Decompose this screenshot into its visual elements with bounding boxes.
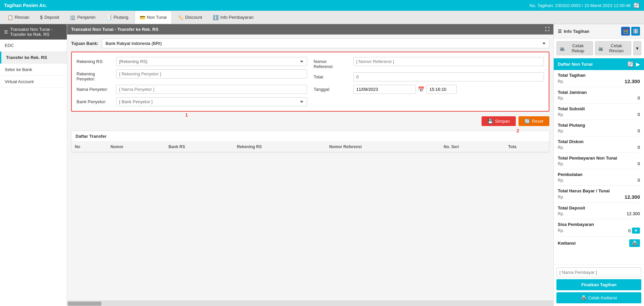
calendar-icon[interactable]: 📅	[418, 86, 425, 93]
sidebar-header-label: Transaksi Non Tunai - Transfer ke Rek. R…	[10, 27, 63, 37]
nomor-referensi-group: NomorReferensi:	[314, 57, 544, 69]
reset-icon: 🔄	[525, 119, 530, 124]
button-row: 1 💾 Simpan 2 🔄 Reset	[71, 115, 549, 127]
printer-kwitansi-icon: 🖨️	[581, 295, 586, 300]
right-panel-header: ☰ Info Tagihan 🧮 ℹ️	[554, 24, 644, 39]
sisa-dropdown-btn[interactable]: ▼	[632, 228, 640, 234]
cetak-kwitansi-button[interactable]: 🖨️ Cetak Kwitansi	[556, 292, 641, 303]
total-deposit-label: Total Deposit	[558, 205, 640, 210]
daftar-arrow-icon[interactable]: ▶	[636, 61, 640, 67]
refresh-icon[interactable]: 🔄	[633, 2, 640, 9]
tab-penjamin[interactable]: 🏢 Penjamin	[65, 11, 100, 24]
tab-deposit[interactable]: $ Deposit	[35, 11, 64, 24]
sisa-subrow: Rp. 0 ▼	[558, 228, 640, 234]
rekening-rs-select[interactable]: [Rekening RS]	[116, 57, 307, 66]
daftar-non-tunai-header: Daftar Non Tunai 🔄 ▶	[554, 58, 644, 70]
total-deposit-rp: Rp.	[558, 211, 564, 216]
sisa-pembayaran-label: Sisa Pembayaran	[558, 222, 640, 227]
total-piutang-subrow: Rp. 0	[558, 128, 640, 133]
total-non-tunai-value: 0	[638, 161, 640, 166]
tab-piutang[interactable]: 📑 Piutang	[101, 11, 133, 24]
total-tagihan-rp: Rp.	[558, 79, 564, 84]
nama-pembayar-input[interactable]	[556, 267, 641, 277]
date-group: 📅	[353, 85, 457, 94]
tab-non-tunai[interactable]: 💳 Non Tunai	[135, 11, 172, 24]
right-panel-title-text: Info Tagihan	[564, 29, 589, 34]
rekening-penyetor-group: RekeningPenyetor:	[77, 69, 307, 81]
cetak-rincian-dropdown[interactable]: ▼	[633, 41, 641, 55]
total-subsidi-label: Total Subsidi	[558, 106, 640, 111]
total-input[interactable]	[353, 72, 544, 81]
tab-non-tunai-label: Non Tunai	[147, 15, 167, 20]
tanggal-label: Tanggal:	[314, 85, 351, 92]
bank-penyetor-select[interactable]: [ Bank Penyetor ]	[116, 97, 307, 106]
total-subsidi-row: Total Subsidi Rp. 0	[558, 106, 640, 117]
total-jaminan-row: Total Jaminan Rp. 0	[558, 90, 640, 101]
pembulatan-value: 0	[638, 178, 640, 183]
total-jaminan-subrow: Rp. 0	[558, 96, 640, 101]
time-input[interactable]	[427, 85, 457, 94]
tab-discount[interactable]: 🏷️ Discount	[173, 11, 207, 24]
sidebar-item-edc[interactable]: EDC	[0, 40, 67, 52]
total-deposit-subrow: Rp. 12.300	[558, 211, 640, 216]
bank-penyetor-label: Bank Penyetor:	[77, 97, 113, 104]
tanggal-input[interactable]	[353, 85, 416, 94]
reset-button[interactable]: 🔄 Reset	[518, 116, 549, 126]
cetak-rincian-button[interactable]: 🖨️ Cetak Rincian	[595, 41, 632, 55]
sisa-rp: Rp.	[558, 228, 564, 233]
sidebar: ☰ Transaksi Non Tunai - Transfer ke Rek.…	[0, 24, 67, 306]
bank-penyetor-group: Bank Penyetor: [ Bank Penyetor ]	[77, 97, 307, 106]
annotation-2: 2	[516, 128, 519, 133]
printer-icon: 🖨️	[559, 46, 565, 51]
total-deposit-value: 12.300	[627, 211, 640, 216]
sidebar-item-transfer-label: Transfer ke Rek. RS	[6, 55, 47, 60]
sidebar-item-setor-ke-bank[interactable]: Setor ke Bank	[0, 64, 67, 76]
rekening-penyetor-label: RekeningPenyetor:	[77, 69, 113, 81]
cetak-rekap-button[interactable]: 🖨️ Cetak Rekap	[556, 41, 593, 55]
pembulatan-row: Pembulatan Rp. 0	[558, 172, 640, 183]
info-icon-btn[interactable]: ℹ️	[631, 27, 640, 36]
content-area: Transaksi Non Tunai - Transfer ke Rek. R…	[67, 24, 553, 306]
calculator-icon-btn[interactable]: 🧮	[621, 27, 630, 36]
col-total: Tota	[505, 142, 549, 152]
sidebar-item-edc-label: EDC	[5, 43, 14, 48]
col-bank-rs: Bank RS	[165, 142, 234, 152]
col-no: No	[71, 142, 107, 152]
scroll-thumb[interactable]	[68, 302, 101, 306]
sidebar-item-transfer-ke-rek-rs[interactable]: Transfer ke Rek. RS	[0, 52, 67, 64]
rekening-penyetor-input[interactable]	[116, 69, 307, 78]
expand-icon[interactable]: ⛶	[545, 27, 549, 32]
discount-icon: 🏷️	[178, 15, 184, 20]
right-panel-icons: 🧮 ℹ️	[621, 27, 640, 36]
tab-info-pembayaran[interactable]: ℹ️ Info Pembayaran	[208, 11, 258, 24]
finalize-button[interactable]: Finalkan Tagihan	[556, 279, 641, 290]
daftar-refresh-icon[interactable]: 🔄	[627, 61, 634, 67]
total-non-tunai-rp: Rp.	[558, 162, 564, 166]
total-subsidi-rp: Rp.	[558, 112, 564, 117]
nomor-referensi-input[interactable]	[353, 57, 544, 66]
simpan-button[interactable]: 💾 Simpan	[482, 116, 516, 126]
pembulatan-subrow: Rp. 0	[558, 178, 640, 183]
cetak-kwitansi-label: Cetak Kwitansi	[588, 295, 617, 300]
total-tagihan-value: 12.300	[625, 78, 640, 84]
tab-penjamin-label: Penjamin	[77, 15, 95, 20]
total-piutang-rp: Rp.	[558, 129, 564, 133]
content-header-icons: ⛶	[545, 27, 549, 32]
total-non-tunai-label: Total Pembayaran Non Tunai	[558, 156, 640, 161]
table-header: No Nomor Bank RS Rekening RS Nomor Refer…	[71, 142, 549, 152]
sidebar-item-virtual-account[interactable]: Virtual Account	[0, 76, 67, 88]
app-title: Tagihan Pasien An.	[4, 3, 47, 8]
nomor-referensi-label: NomorReferensi:	[314, 57, 351, 69]
kwitansi-print-btn[interactable]: 🖨️	[629, 239, 640, 247]
total-diskon-rp: Rp.	[558, 145, 564, 150]
nama-penyetor-input[interactable]	[116, 85, 307, 94]
col-nomor: Nomor	[107, 142, 165, 152]
tab-info-pembayaran-label: Info Pembayaran	[220, 15, 253, 20]
annotation-1: 1	[185, 112, 188, 118]
table-scroll-wrapper[interactable]: No Nomor Bank RS Rekening RS Nomor Refer…	[71, 142, 549, 152]
tab-rincian[interactable]: 📋 Rincian	[3, 11, 34, 24]
table-title: Daftar Transfer	[71, 131, 549, 142]
total-piutang-label: Total Piutang	[558, 123, 640, 128]
horizontal-scrollbar[interactable]	[67, 301, 553, 306]
bank-select[interactable]: Bank Rakyat Indonesia (BRI) Bank Mandiri…	[102, 39, 549, 48]
